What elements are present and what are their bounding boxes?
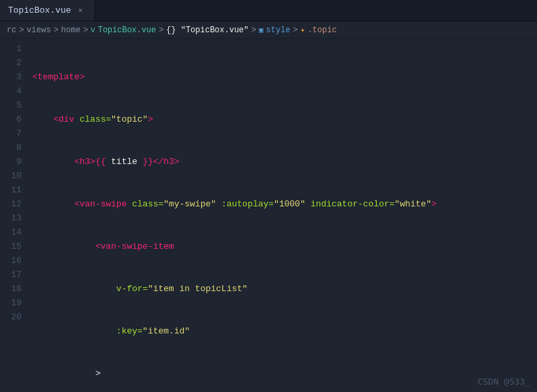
active-tab[interactable]: TopicBox.vue × (0, 0, 95, 21)
breadcrumb-topicbox-vue: TopicBox.vue (98, 26, 155, 35)
breadcrumb-home: home (61, 26, 81, 35)
watermark: CSDN @533_ (478, 377, 530, 387)
style-icon: ▣ (259, 26, 264, 34)
breadcrumb-style: style (266, 26, 290, 35)
breadcrumb-rc: rc (7, 26, 16, 35)
editor: 1 2 3 4 5 6 7 8 9 10 11 12 13 14 15 16 1… (0, 39, 537, 392)
class-icon: ✦ (301, 26, 306, 34)
breadcrumb: rc > views > home > V TopicBox.vue > {} … (0, 22, 537, 39)
breadcrumb-topic: .topic (308, 26, 336, 35)
tab-filename: TopicBox.vue (8, 5, 71, 15)
breadcrumb-views: views (27, 26, 51, 35)
vue-icon: V (91, 26, 96, 34)
code-content: <template> <div class="topic"> <h3>{{ ti… (27, 39, 537, 392)
tab-close-button[interactable]: × (75, 5, 86, 16)
tab-bar: TopicBox.vue × (0, 0, 537, 22)
breadcrumb-curly: {} "TopicBox.vue" (166, 26, 248, 35)
line-numbers: 1 2 3 4 5 6 7 8 9 10 11 12 13 14 15 16 1… (0, 39, 27, 392)
